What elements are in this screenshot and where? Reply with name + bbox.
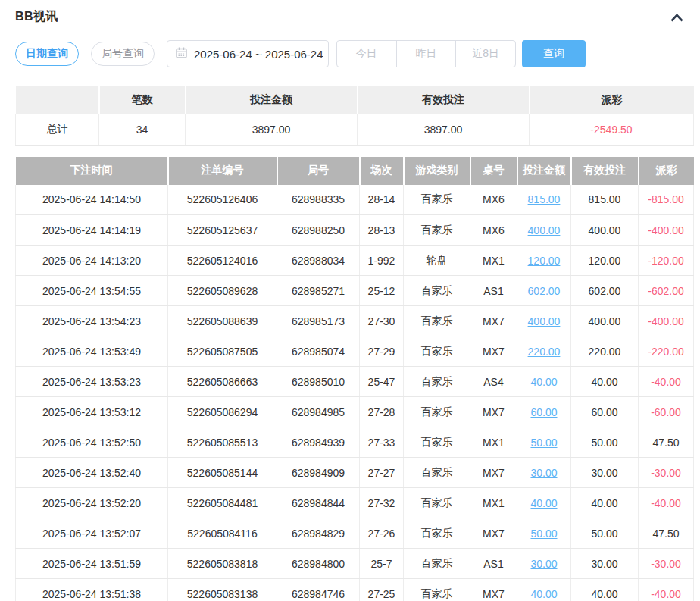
cell-valid-bet: 400.00 <box>571 215 639 246</box>
cell-bet-amount: 40.00 <box>517 488 571 518</box>
bet-amount-link[interactable]: 60.00 <box>530 406 557 418</box>
cell-payout: -815.00 <box>639 185 694 215</box>
cell-session: 27-27 <box>360 458 404 488</box>
bb-video-panel: BB视讯 日期查询 局号查询 2025-06-24 ~ 2025-06-24 <box>0 0 700 601</box>
cell-valid-bet: 30.00 <box>571 549 639 579</box>
cell-bet-id: 522605084481 <box>168 488 277 518</box>
col-round-id: 局号 <box>277 157 360 185</box>
table-row: 2025-06-24 14:14:50522605126406628988335… <box>16 185 694 215</box>
quick-yesterday-button[interactable]: 昨日 <box>396 41 456 67</box>
cell-bet-amount: 400.00 <box>517 215 571 246</box>
bet-amount-link[interactable]: 400.00 <box>528 224 561 236</box>
summary-col-valid-bet: 有效投注 <box>358 86 530 114</box>
date-range-input[interactable]: 2025-06-24 ~ 2025-06-24 <box>167 40 329 67</box>
cell-table-no: MX1 <box>470 427 517 458</box>
cell-payout: -400.00 <box>639 215 694 246</box>
records-table: 下注时间 注单编号 局号 场次 游戏类别 桌号 投注金额 有效投注 派彩 202… <box>15 157 694 601</box>
cell-bet-id: 522605083138 <box>168 579 277 601</box>
tab-date-query[interactable]: 日期查询 <box>15 42 79 66</box>
col-bet-id: 注单编号 <box>168 157 277 185</box>
summary-total-valid-bet: 3897.00 <box>358 114 530 145</box>
cell-round-id: 628984985 <box>277 397 360 427</box>
cell-game: 百家乐 <box>404 306 470 336</box>
cell-bet-amount: 400.00 <box>517 306 571 336</box>
summary-total-payout: -2549.50 <box>530 114 694 145</box>
cell-time: 2025-06-24 14:14:50 <box>16 185 168 215</box>
cell-valid-bet: 30.00 <box>571 458 639 488</box>
cell-game: 百家乐 <box>404 397 470 427</box>
cell-session: 27-32 <box>360 488 404 518</box>
quick-today-button[interactable]: 今日 <box>337 41 396 67</box>
cell-time: 2025-06-24 13:53:23 <box>16 367 168 397</box>
cell-session: 27-33 <box>360 427 404 458</box>
cell-game: 百家乐 <box>404 458 470 488</box>
cell-bet-amount: 60.00 <box>517 397 571 427</box>
cell-bet-amount: 50.00 <box>517 518 571 549</box>
bet-amount-link[interactable]: 40.00 <box>530 588 557 600</box>
bet-amount-link[interactable]: 30.00 <box>530 467 557 479</box>
cell-valid-bet: 60.00 <box>571 397 639 427</box>
cell-table-no: MX7 <box>470 306 517 336</box>
cell-table-no: MX7 <box>470 397 517 427</box>
cell-table-no: MX1 <box>470 488 517 518</box>
cell-bet-amount: 120.00 <box>517 246 571 276</box>
cell-valid-bet: 815.00 <box>571 185 639 215</box>
search-button[interactable]: 查询 <box>522 40 586 67</box>
cell-game: 百家乐 <box>404 518 470 549</box>
cell-payout: -30.00 <box>639 458 694 488</box>
cell-payout: -120.00 <box>639 246 694 276</box>
tab-round-query[interactable]: 局号查询 <box>91 42 155 66</box>
cell-session: 25-47 <box>360 367 404 397</box>
summary-col-payout: 派彩 <box>530 86 694 114</box>
cell-table-no: MX6 <box>470 185 517 215</box>
bet-amount-link[interactable]: 40.00 <box>530 376 557 388</box>
cell-bet-id: 522605085513 <box>168 427 277 458</box>
bet-amount-link[interactable]: 30.00 <box>530 558 557 570</box>
cell-time: 2025-06-24 13:54:55 <box>16 276 168 306</box>
records-table-body: 2025-06-24 14:14:50522605126406628988335… <box>16 185 694 601</box>
cell-time: 2025-06-24 13:52:20 <box>16 488 168 518</box>
bet-amount-link[interactable]: 40.00 <box>530 497 557 509</box>
quick-last8days-button[interactable]: 近8日 <box>455 41 515 67</box>
cell-bet-id: 522605083818 <box>168 549 277 579</box>
cell-time: 2025-06-24 13:51:38 <box>16 579 168 601</box>
table-row: 2025-06-24 13:51:59522605083818628984800… <box>16 549 694 579</box>
cell-valid-bet: 50.00 <box>571 427 639 458</box>
collapse-button[interactable] <box>669 10 685 27</box>
cell-round-id: 628984829 <box>277 518 360 549</box>
cell-time: 2025-06-24 13:52:40 <box>16 458 168 488</box>
cell-round-id: 628985010 <box>277 367 360 397</box>
bet-amount-link[interactable]: 50.00 <box>530 527 557 540</box>
cell-valid-bet: 602.00 <box>571 276 639 306</box>
cell-table-no: AS4 <box>470 367 517 397</box>
cell-game: 百家乐 <box>404 579 470 601</box>
table-row: 2025-06-24 13:53:23522605086663628985010… <box>16 367 694 397</box>
cell-payout: -60.00 <box>639 397 694 427</box>
cell-valid-bet: 40.00 <box>571 488 639 518</box>
cell-payout: -40.00 <box>639 367 694 397</box>
chevron-up-icon <box>670 11 683 24</box>
table-row: 2025-06-24 13:51:38522605083138628984746… <box>16 579 694 601</box>
summary-total-count: 34 <box>99 114 186 145</box>
cell-session: 28-13 <box>360 215 404 246</box>
bet-amount-link[interactable]: 602.00 <box>528 285 561 297</box>
bet-amount-link[interactable]: 120.00 <box>528 255 561 267</box>
cell-round-id: 628984746 <box>277 579 360 601</box>
bet-amount-link[interactable]: 220.00 <box>528 346 561 358</box>
bet-amount-link[interactable]: 815.00 <box>528 193 561 205</box>
bet-amount-link[interactable]: 400.00 <box>528 315 561 327</box>
summary-header-row: 笔数 投注金额 有效投注 派彩 <box>16 86 694 114</box>
cell-round-id: 628984939 <box>277 427 360 458</box>
cell-bet-id: 522605086663 <box>168 367 277 397</box>
table-row: 2025-06-24 14:14:19522605125637628988250… <box>16 215 694 246</box>
cell-session: 27-29 <box>360 336 404 367</box>
cell-bet-amount: 40.00 <box>517 367 571 397</box>
bet-amount-link[interactable]: 50.00 <box>530 437 557 449</box>
cell-table-no: MX7 <box>470 518 517 549</box>
cell-bet-id: 522605085144 <box>168 458 277 488</box>
cell-session: 27-25 <box>360 579 404 601</box>
cell-bet-amount: 40.00 <box>517 579 571 601</box>
table-row: 2025-06-24 13:53:49522605087505628985074… <box>16 336 694 367</box>
cell-valid-bet: 400.00 <box>571 306 639 336</box>
cell-game: 百家乐 <box>404 367 470 397</box>
